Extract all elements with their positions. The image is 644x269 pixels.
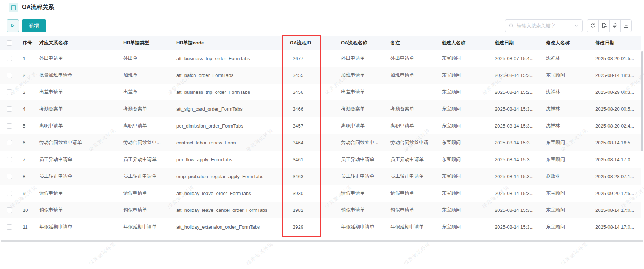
search-box[interactable] — [505, 19, 583, 32]
cell-name: 请假申请单 — [35, 185, 119, 202]
export-button[interactable] — [598, 20, 609, 32]
cell-oa_id: 3466 — [285, 100, 337, 117]
col-header-modify-date: 修改日期 — [591, 36, 641, 50]
table-row[interactable]: 9请假申请单请假申请单att_holiday_leave_order_FormT… — [0, 185, 641, 202]
cell-hr_code: att_holiday_leave_cancel_order_FormTabs — [172, 202, 285, 218]
col-header-create-date: 创建日期 — [490, 36, 542, 50]
cell-oa_name: 劳动合同续签申... — [337, 134, 386, 151]
cell-modify_date: 2025-08-20 02:4... — [591, 117, 641, 134]
row-checkbox[interactable] — [7, 73, 12, 78]
col-header-oa-name: OA流程名称 — [337, 36, 386, 50]
row-checkbox[interactable] — [7, 174, 12, 179]
col-header-hr-type: HR单据类型 — [119, 36, 172, 50]
cell-create_date: 2025-08-14 15:3... — [490, 117, 542, 134]
row-checkbox[interactable] — [7, 89, 12, 95]
row-checkbox[interactable] — [7, 56, 12, 61]
cell-index: 1 — [18, 50, 35, 67]
collapse-panel-button[interactable] — [7, 19, 19, 32]
table-row[interactable]: 11年假延期申请单年假延期申请单att_holiday_extension_or… — [0, 218, 641, 235]
cell-modify_date: 2025-08-14 16:5... — [591, 134, 641, 151]
table-row[interactable]: 6劳动合同续签申请单劳动合同续签申...contract_labor_renew… — [0, 134, 641, 151]
cell-modifier: 沈祥林 — [542, 50, 591, 67]
cell-create_date: 2025-08-14 15:3... — [490, 151, 542, 168]
cell-oa_id: 2677 — [285, 50, 337, 67]
cell-oa_name: 考勤备案单 — [337, 100, 386, 117]
row-checkbox[interactable] — [7, 157, 12, 162]
table-row[interactable]: 7员工异动申请单员工异动申请单per_flow_apply_FormTabs34… — [0, 151, 641, 168]
cell-creator: 东宝顾问 — [437, 134, 490, 151]
cell-hr_code: per_flow_apply_FormTabs — [172, 151, 285, 168]
cell-modifier: 东宝顾问 — [542, 151, 591, 168]
cell-hr_type: 劳动合同续签申... — [119, 134, 172, 151]
table-row[interactable]: 2批量加班申请单加班单att_batch_order_FormTabs3455加… — [0, 67, 641, 84]
collapse-panel-icon — [10, 23, 16, 29]
cell-index: 6 — [18, 134, 35, 151]
chevron-down-icon[interactable] — [574, 23, 579, 28]
cell-name: 外出申请单 — [35, 50, 119, 67]
col-header-remark: 备注 — [386, 36, 437, 50]
refresh-button[interactable] — [587, 20, 598, 32]
cell-modifier: 赵政亚 — [542, 168, 591, 185]
row-checkbox[interactable] — [7, 224, 12, 230]
cell-oa_name: 加班申请单 — [337, 67, 386, 84]
cell-create_date: 2025-08-14 15:3... — [490, 100, 542, 117]
cell-oa_id: 3929 — [285, 218, 337, 235]
cell-modify_date: 2025-08-14 17:0... — [591, 202, 641, 218]
table-row[interactable]: 8员工转正申请单员工转正申请单emp_probation_regular_app… — [0, 168, 641, 185]
table-row[interactable]: 5离职申请单离职申请单per_dimission_order_FormTabs3… — [0, 117, 641, 134]
horizontal-scrollbar[interactable] — [1, 240, 643, 242]
cell-hr_code: att_batch_order_FormTabs — [172, 67, 285, 84]
select-all-checkbox[interactable] — [7, 40, 12, 46]
cell-create_date: 2025-08-14 15:3... — [490, 185, 542, 202]
col-header-oa-id: OA流程ID — [285, 36, 337, 50]
cell-hr_type: 年假延期申请单 — [119, 218, 172, 235]
cell-remark: 劳动合同续签申请 — [386, 134, 437, 151]
watermark-text: 绿景测试环境 — [88, 240, 117, 267]
row-checkbox-cell — [0, 218, 18, 235]
row-checkbox[interactable] — [7, 123, 12, 129]
cell-modifier: 东宝顾问 — [542, 134, 591, 151]
table-row[interactable]: 4考勤备案单考勤备案单att_sign_card_order_FormTabs3… — [0, 100, 641, 117]
search-input[interactable] — [516, 23, 572, 29]
table-header: 序号 对应关系名称 HR单据类型 HR单据code OA流程ID OA流程名称 … — [0, 36, 641, 50]
col-header-creator: 创建人名称 — [437, 36, 490, 50]
table-row[interactable]: 3出差申请单出差单att_business_trip_order_FormTab… — [0, 84, 641, 100]
row-checkbox-cell — [0, 67, 18, 84]
cell-name: 年假延期申请单 — [35, 218, 119, 235]
cell-modifier: 沈祥林 — [542, 84, 591, 100]
cell-hr_type: 员工转正申请单 — [119, 168, 172, 185]
cell-modifier: 东宝顾问 — [542, 185, 591, 202]
table-row[interactable]: 1外出申请单外出单att_business_trip_order_FormTab… — [0, 50, 641, 67]
row-checkbox[interactable] — [7, 106, 12, 112]
cell-modify_date: 2025-08-20 01:5... — [591, 50, 641, 67]
watermark-text: 绿景测试环境 — [245, 240, 275, 267]
cell-remark: 外出申请单 — [386, 50, 437, 67]
cell-create_date: 2025-08-14 15:3... — [490, 67, 542, 84]
table-action-icon-group — [587, 19, 632, 32]
export-file-icon — [601, 23, 607, 29]
cell-oa_name: 出差申请单 — [337, 84, 386, 100]
cell-modify_date: 2025-08-14 17:0... — [591, 218, 641, 235]
settings-button[interactable] — [609, 20, 620, 32]
row-checkbox-cell — [0, 84, 18, 100]
cell-index: 9 — [18, 185, 35, 202]
cell-remark: 加班申请单 — [386, 67, 437, 84]
add-button[interactable]: 新增 — [22, 19, 46, 32]
cell-creator: 东宝顾问 — [437, 185, 490, 202]
cell-name: 员工异动申请单 — [35, 151, 119, 168]
row-checkbox[interactable] — [7, 191, 12, 196]
cell-creator: 东宝顾问 — [437, 218, 490, 235]
document-icon — [9, 3, 18, 12]
table-row[interactable]: 10销假申请单销假申请单att_holiday_leave_cancel_ord… — [0, 202, 641, 218]
vertical-scrollbar[interactable] — [641, 51, 643, 151]
cell-hr_code: att_sign_card_order_FormTabs — [172, 100, 285, 117]
toolbar-right — [505, 19, 632, 32]
cell-name: 销假申请单 — [35, 202, 119, 218]
cell-oa_id: 3457 — [285, 117, 337, 134]
download-button[interactable] — [620, 20, 631, 32]
cell-remark: 考勤备案单 — [386, 100, 437, 117]
row-checkbox[interactable] — [7, 207, 12, 213]
row-checkbox[interactable] — [7, 140, 12, 145]
row-checkbox-cell — [0, 100, 18, 117]
cell-creator: 东宝顾问 — [437, 50, 490, 67]
